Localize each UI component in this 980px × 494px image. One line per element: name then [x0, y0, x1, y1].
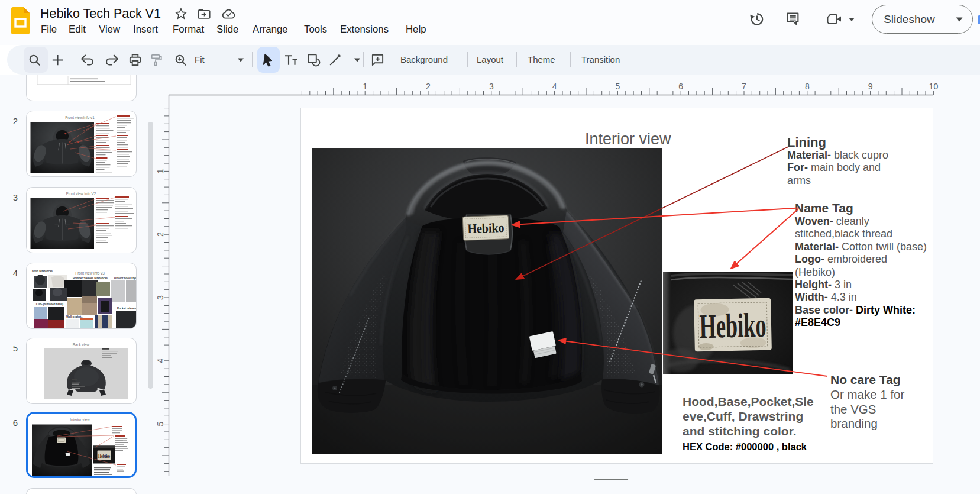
svg-text:1: 1 — [156, 169, 165, 173]
svg-text:2: 2 — [426, 82, 431, 91]
svg-text:3: 3 — [489, 82, 494, 91]
svg-text:10: 10 — [929, 82, 939, 91]
svg-text:4: 4 — [552, 82, 557, 91]
svg-text:2: 2 — [156, 232, 165, 237]
svg-text:6: 6 — [678, 82, 683, 91]
svg-text:7: 7 — [742, 82, 746, 91]
svg-text:8: 8 — [805, 82, 810, 91]
svg-text:3: 3 — [156, 295, 165, 300]
svg-text:4: 4 — [156, 359, 165, 363]
svg-text:1: 1 — [363, 82, 367, 91]
svg-text:5: 5 — [156, 421, 165, 426]
svg-text:9: 9 — [868, 82, 873, 91]
svg-text:5: 5 — [616, 82, 620, 91]
